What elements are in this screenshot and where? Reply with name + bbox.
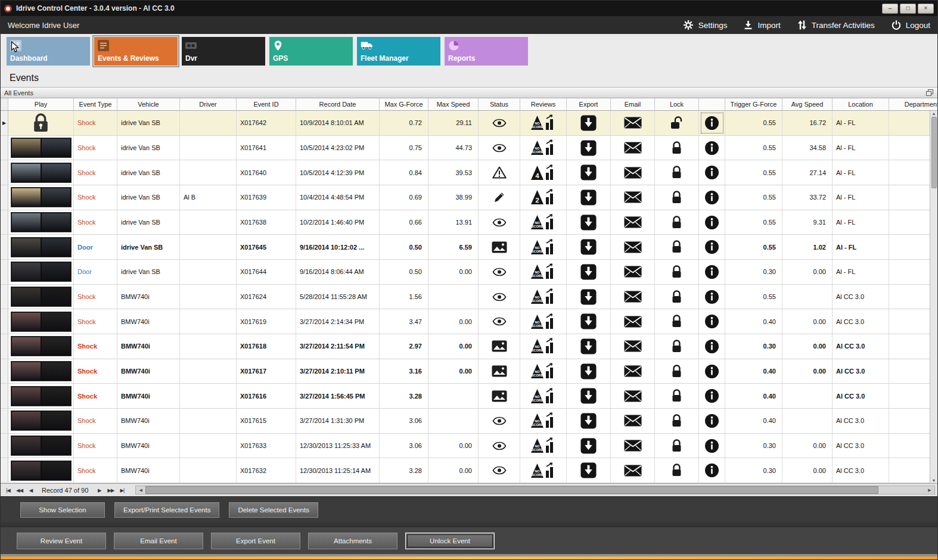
cell-status[interactable] [479,136,520,160]
column-header-status[interactable]: Status [479,98,520,110]
cell-lock[interactable] [655,111,699,135]
table-row[interactable]: ShockBMW740iX0176183/27/2014 2:11:54 PM2… [1,334,937,359]
export-event-button[interactable]: Export Event [211,533,300,549]
column-header-event_type[interactable]: Event Type [74,98,117,110]
cell-email[interactable] [611,309,655,334]
cell-status[interactable] [479,185,520,210]
cell-lock[interactable] [655,285,699,309]
cell-review[interactable]: NOSCORE [520,458,567,483]
vertical-scrollbar[interactable]: ▲ ▼ [930,111,937,483]
tile-events-reviews[interactable]: Events & Reviews [94,37,178,66]
cell-email[interactable] [611,136,655,160]
cell-status[interactable] [479,260,520,284]
cell-export[interactable] [567,359,611,384]
cell-info[interactable] [699,334,725,359]
cell-email[interactable] [611,160,655,185]
tile-fleet-manager[interactable]: Fleet Manager [357,37,440,66]
cell-status[interactable] [479,458,520,483]
cell-email[interactable] [611,235,655,259]
cell-review[interactable]: NOSCORE [520,384,567,408]
cell-info[interactable] [699,285,725,309]
tile-gps[interactable]: GPS [269,37,353,66]
cell-status[interactable] [479,384,520,408]
cell-status[interactable] [479,359,520,384]
cell-play[interactable] [8,235,74,259]
cell-export[interactable] [567,210,611,235]
cell-lock[interactable] [655,409,699,433]
cell-lock[interactable] [655,334,699,359]
event-thumbnail[interactable] [11,386,72,406]
attachments-button[interactable]: Attachments [308,533,397,549]
column-header-export[interactable]: Export [567,98,611,110]
scroll-left-icon[interactable]: ◀ [136,486,145,494]
cell-review[interactable]: NOSCORE [520,111,567,135]
column-header-max_g[interactable]: Max G-Force [380,98,428,110]
cell-status[interactable] [479,210,520,235]
cell-info[interactable] [699,309,725,334]
cell-export[interactable] [567,285,611,309]
titlebar[interactable]: Idrive Control Center - 3.0.4 version - … [1,1,937,16]
column-header-vehicle[interactable]: Vehicle [117,98,180,110]
cell-info[interactable] [699,235,725,259]
table-row[interactable]: Dooridrive Van SBX0176459/16/2014 10:12:… [1,235,937,260]
export-print-selected-events-button[interactable]: Export/Print Selected Events [114,502,219,518]
cell-email[interactable] [611,434,655,458]
delete-selected-events-button[interactable]: Delete Selected Events [229,502,318,518]
cell-export[interactable] [567,434,611,458]
cell-export[interactable] [567,309,611,334]
horizontal-scrollbar[interactable]: ◀ ▶ [135,486,935,494]
settings-button[interactable]: Settings [683,20,728,30]
cell-play[interactable] [8,434,74,458]
logout-button[interactable]: Logout [892,20,930,30]
column-header-email[interactable]: Email [611,98,655,110]
cell-export[interactable] [567,136,611,160]
cell-review[interactable]: NOSCORE [520,235,567,259]
cell-lock[interactable] [655,309,699,334]
cell-play[interactable] [8,334,74,359]
cell-status[interactable] [479,111,520,135]
cell-email[interactable] [611,334,655,359]
cell-export[interactable] [567,185,611,210]
cell-lock[interactable] [655,210,699,235]
event-thumbnail[interactable] [11,262,72,282]
event-thumbnail[interactable] [11,187,72,207]
event-thumbnail[interactable] [11,287,72,307]
column-header-trigger_g[interactable]: Trigger G-Force [725,98,782,110]
import-button[interactable]: Import [744,20,780,30]
cell-lock[interactable] [655,359,699,384]
scroll-right-icon[interactable]: ▶ [925,486,934,494]
table-row[interactable]: Shockidrive Van SBX01764010/5/2014 4:12:… [1,160,937,185]
event-thumbnail[interactable] [11,312,72,332]
cell-info[interactable] [699,111,725,135]
tile-dvr[interactable]: Dvr [182,37,265,66]
close-button[interactable]: × [918,4,934,14]
cell-lock[interactable] [655,384,699,408]
table-row[interactable]: ShockBMW740iX01763312/30/2013 11:25:33 A… [1,434,937,459]
table-row[interactable]: ShockBMW740iX0176193/27/2014 2:14:34 PM3… [1,309,937,334]
table-row[interactable]: ShockBMW740iX0176163/27/2014 1:56:45 PM3… [1,384,937,409]
column-header-lock[interactable]: Lock [655,98,699,110]
minimize-button[interactable]: – [882,4,898,14]
maximize-button[interactable]: □ [900,4,916,14]
email-event-button[interactable]: Email Event [114,533,203,549]
event-thumbnail[interactable] [11,336,72,356]
prev-page-button[interactable]: ◀◀ [14,485,24,495]
cell-review[interactable]: NOSCORE [520,285,567,309]
cell-status[interactable] [479,309,520,334]
column-header-driver[interactable]: Driver [180,98,237,110]
event-thumbnail[interactable] [11,461,72,481]
restore-window-icon[interactable] [926,89,934,97]
cell-play[interactable] [8,409,74,433]
event-thumbnail[interactable] [11,212,72,232]
cell-lock[interactable] [655,235,699,259]
cell-email[interactable] [611,185,655,210]
column-header-department[interactable]: Department [889,98,937,110]
cell-email[interactable] [611,210,655,235]
event-thumbnail[interactable] [11,163,72,183]
vertical-scrollbar-thumb[interactable] [931,117,937,188]
table-row[interactable]: ShockBMW740iX0176173/27/2014 2:10:11 PM3… [1,359,937,384]
cell-status[interactable] [479,434,520,458]
cell-play[interactable] [8,384,74,408]
cell-lock[interactable] [655,260,699,284]
cell-email[interactable] [611,359,655,384]
